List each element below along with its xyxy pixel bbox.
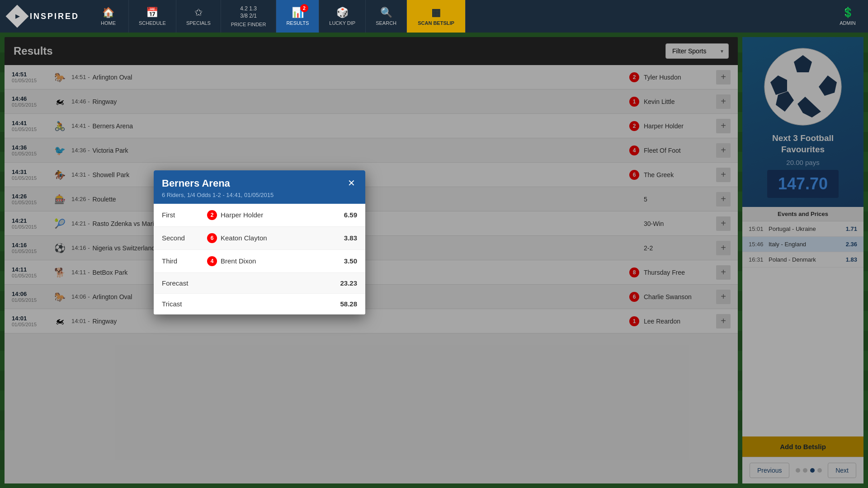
nav-item-price-finder[interactable]: 4.2 1.33/8 2/1 PRICE FINDER	[221, 0, 277, 33]
modal-header: Berners Arena 6 Riders, 1/4 Odds 1-2 - 1…	[154, 170, 365, 204]
nav-item-admin[interactable]: 💲 ADMIN	[827, 0, 868, 33]
search-label: SEARCH	[376, 20, 396, 26]
home-label: HOME	[101, 20, 116, 26]
modal-row: Third 4 Brent Dixon 3.50	[154, 250, 365, 273]
nav-item-schedule[interactable]: 📅 SCHEDULE	[129, 0, 176, 33]
specials-label: SPECIALS	[186, 20, 211, 26]
modal-subtitle: 6 Riders, 1/4 Odds 1-2 - 14:41, 01/05/20…	[162, 192, 274, 198]
nav-item-specials[interactable]: ✩ SPECIALS	[176, 0, 221, 33]
schedule-icon: 📅	[146, 7, 158, 19]
nav-item-search[interactable]: 🔍 SEARCH	[366, 0, 407, 33]
search-icon: 🔍	[380, 7, 392, 19]
results-label: RESULTS	[286, 20, 309, 26]
modal-row: Forecast 23.23	[154, 273, 365, 294]
modal: Berners Arena 6 Riders, 1/4 Odds 1-2 - 1…	[154, 170, 365, 314]
logo-text: INSPIRED	[30, 12, 79, 21]
admin-label: ADMIN	[840, 20, 855, 26]
admin-icon: 💲	[842, 7, 854, 19]
lucky-dip-label: LUCKY DIP	[329, 20, 355, 26]
modal-row: First 2 Harper Holder 6.59	[154, 204, 365, 227]
home-icon: 🏠	[102, 7, 114, 19]
navigation: ▶ INSPIRED 🏠 HOME 📅 SCHEDULE ✩ SPECIALS …	[0, 0, 868, 33]
scan-betslip-icon: ▦	[431, 7, 441, 19]
specials-icon: ✩	[194, 7, 203, 19]
results-icon: 📊 2	[292, 7, 304, 19]
scan-betslip-label: SCAN BETSLIP	[418, 20, 454, 26]
modal-close-button[interactable]: ✕	[346, 178, 357, 188]
modal-body: First 2 Harper Holder 6.59 Second 6 Keat…	[154, 204, 365, 314]
modal-overlay: Berners Arena 6 Riders, 1/4 Odds 1-2 - 1…	[0, 33, 868, 488]
modal-row: Second 6 Keaton Clayton 3.83	[154, 227, 365, 250]
price-finder-label: PRICE FINDER	[231, 22, 266, 27]
lucky-dip-icon: 🎲	[336, 7, 349, 19]
modal-row: Tricast 58.28	[154, 294, 365, 314]
price-finder-icon: 4.2 1.33/8 2/1	[240, 5, 257, 19]
modal-title: Berners Arena	[162, 178, 274, 189]
logo: ▶ INSPIRED	[0, 0, 88, 33]
nav-item-results[interactable]: 📊 2 RESULTS	[276, 0, 319, 33]
nav-item-lucky-dip[interactable]: 🎲 LUCKY DIP	[319, 0, 366, 33]
nav-item-scan-betslip[interactable]: ▦ SCAN BETSLIP	[407, 0, 466, 33]
schedule-label: SCHEDULE	[139, 20, 166, 26]
nav-item-home[interactable]: 🏠 HOME	[88, 0, 129, 33]
